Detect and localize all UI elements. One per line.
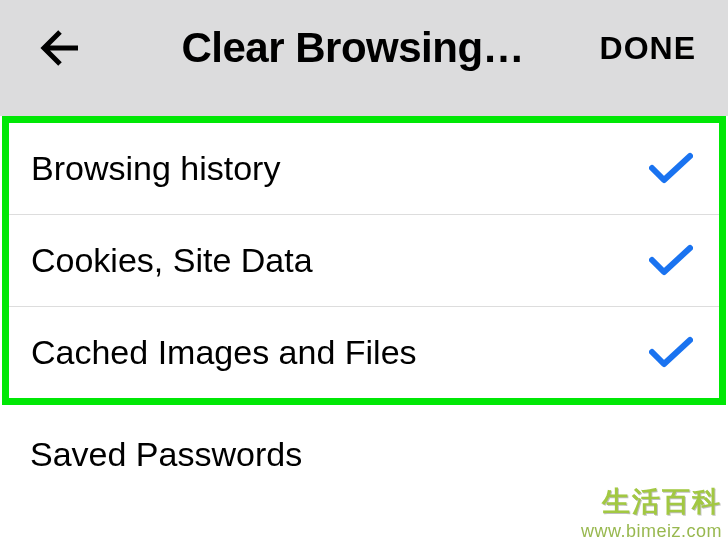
checkmark-icon — [649, 336, 693, 370]
page-title: Clear Browsing… — [124, 24, 582, 72]
done-button[interactable]: DONE — [592, 22, 704, 75]
option-cached-images-files[interactable]: Cached Images and Files — [9, 307, 719, 398]
option-cookies-site-data[interactable]: Cookies, Site Data — [9, 215, 719, 307]
option-label: Browsing history — [31, 149, 280, 188]
header-spacer — [0, 96, 728, 116]
highlighted-section: Browsing history Cookies, Site Data Cach… — [2, 116, 726, 405]
arrow-left-icon — [38, 26, 82, 70]
option-label: Cookies, Site Data — [31, 241, 313, 280]
option-label: Cached Images and Files — [31, 333, 417, 372]
checkmark-icon — [649, 244, 693, 278]
watermark-title: 生活百科 — [581, 483, 722, 521]
option-saved-passwords[interactable]: Saved Passwords — [0, 405, 728, 474]
option-browsing-history[interactable]: Browsing history — [9, 123, 719, 215]
option-label: Saved Passwords — [30, 435, 302, 474]
app-header: Clear Browsing… DONE — [0, 0, 728, 96]
back-button[interactable] — [36, 24, 84, 72]
watermark: 生活百科 www.bimeiz.com — [581, 483, 722, 542]
watermark-url: www.bimeiz.com — [581, 521, 722, 542]
checkmark-icon — [649, 152, 693, 186]
